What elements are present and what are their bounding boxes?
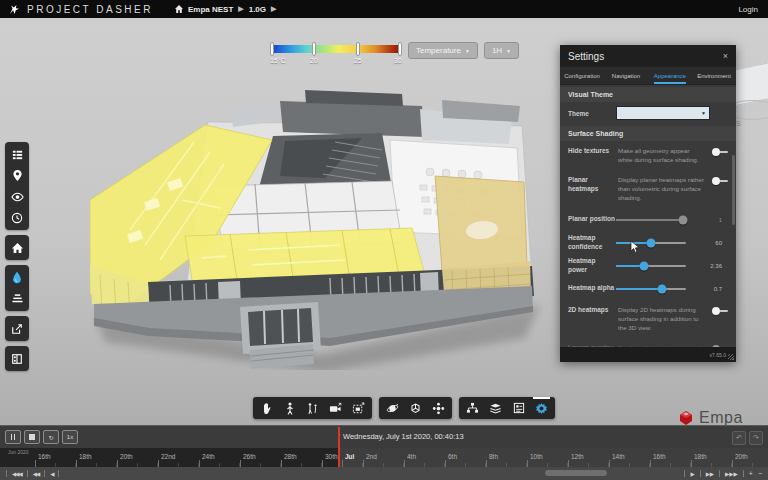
layers-button[interactable] bbox=[485, 399, 506, 417]
slider-knob[interactable] bbox=[647, 238, 656, 247]
app-title: PROJECT DASHER bbox=[27, 4, 153, 15]
close-icon[interactable]: × bbox=[723, 51, 736, 61]
legend-handle[interactable] bbox=[270, 42, 274, 56]
tick-mark bbox=[199, 460, 200, 467]
current-time-marker[interactable] bbox=[338, 427, 340, 467]
model-structure-button[interactable] bbox=[462, 399, 483, 417]
tick-label: 26th bbox=[243, 453, 256, 460]
orbit-button[interactable] bbox=[382, 399, 403, 417]
sidebar-levels-button[interactable] bbox=[5, 288, 29, 309]
sidebar-history-button[interactable] bbox=[5, 207, 29, 228]
sidebar-sensors-button[interactable] bbox=[5, 267, 29, 288]
building-model[interactable] bbox=[90, 80, 550, 370]
metric-dropdown[interactable]: Temperature ▼ bbox=[408, 42, 478, 59]
tick-mark bbox=[240, 460, 241, 467]
panels-icon bbox=[11, 353, 23, 365]
2d-heatmaps-toggle[interactable] bbox=[712, 307, 728, 315]
hide-textures-toggle[interactable] bbox=[712, 148, 728, 156]
legend-tick-label: 15°C bbox=[270, 57, 286, 64]
camera-button[interactable] bbox=[325, 399, 346, 417]
empa-logo: Empa Materials Science and Technology bbox=[678, 409, 768, 425]
breadcrumb-level[interactable]: 1.0G bbox=[249, 5, 266, 14]
sidebar-location-button[interactable] bbox=[5, 165, 29, 186]
rewind-2x-button[interactable]: ◀◀ bbox=[33, 471, 39, 477]
sidebar-panels-button[interactable] bbox=[5, 348, 29, 369]
tick-label: 4th bbox=[407, 453, 416, 460]
stop-button[interactable] bbox=[24, 430, 40, 444]
timeline-track[interactable]: Jun 2020 16th18th20th22nd24th26th28th30t… bbox=[0, 448, 768, 467]
interval-dropdown[interactable]: 1H ▼ bbox=[484, 42, 519, 59]
slider-knob[interactable] bbox=[658, 284, 667, 293]
undo-button[interactable]: ↶ bbox=[732, 431, 746, 445]
location-pin-icon bbox=[12, 169, 23, 182]
tick-mark bbox=[568, 460, 569, 467]
setting-label: Heatmap alpha bbox=[568, 284, 616, 293]
forward-3x-button[interactable]: ▶▶▶ bbox=[725, 471, 738, 477]
viewer-toolbar bbox=[253, 397, 555, 419]
tick-mark bbox=[342, 460, 343, 467]
waypoints-button[interactable] bbox=[302, 399, 323, 417]
settings-gear-button[interactable] bbox=[531, 399, 552, 417]
pivot-button[interactable] bbox=[428, 399, 449, 417]
login-button[interactable]: Login bbox=[738, 5, 768, 14]
free-orbit-button[interactable] bbox=[405, 399, 426, 417]
rewind-3x-button[interactable]: ◀◀◀ bbox=[12, 471, 22, 477]
theme-label: Theme bbox=[560, 110, 616, 117]
resize-grip[interactable] bbox=[728, 354, 734, 360]
tab-appearance[interactable]: Appearance bbox=[648, 67, 692, 84]
pause-button[interactable] bbox=[5, 430, 21, 444]
setting-value: 0.7 bbox=[692, 286, 722, 292]
properties-button[interactable] bbox=[508, 399, 529, 417]
slider-knob[interactable] bbox=[640, 261, 649, 270]
pan-tool-button[interactable] bbox=[256, 399, 277, 417]
timeline-zoom-out-button[interactable]: − bbox=[758, 470, 762, 477]
setting-label: 2D heatmaps bbox=[568, 306, 618, 332]
temperature-legend[interactable]: 15°C 20 25 30 bbox=[270, 43, 402, 63]
planar-heatmaps-toggle[interactable] bbox=[712, 177, 728, 185]
breadcrumb-project[interactable]: Empa NEST bbox=[188, 5, 233, 14]
settings-title: Settings bbox=[560, 51, 723, 62]
capture-button[interactable] bbox=[348, 399, 369, 417]
stop-icon bbox=[29, 434, 35, 440]
sidebar-home-button[interactable] bbox=[5, 237, 29, 258]
sidebar-group-data bbox=[5, 142, 29, 230]
repeat-button[interactable]: ↻ bbox=[43, 430, 59, 444]
legend-handle[interactable] bbox=[398, 42, 402, 56]
heatmap-power-slider[interactable] bbox=[616, 265, 686, 267]
speed-button[interactable]: 1x bbox=[62, 430, 78, 444]
legend-gradient-bar[interactable] bbox=[270, 45, 402, 53]
sidebar-list-button[interactable] bbox=[5, 144, 29, 165]
tab-environment[interactable]: Environment bbox=[692, 67, 736, 84]
sidebar-share-button[interactable] bbox=[5, 318, 29, 339]
setting-planar-position: Planar position 1 bbox=[560, 208, 736, 231]
redo-button[interactable]: ↷ bbox=[749, 431, 763, 445]
setting-description: Display 2D heatmaps during surface shadi… bbox=[618, 306, 704, 332]
settings-header[interactable]: Settings × bbox=[560, 45, 736, 67]
breadcrumb[interactable]: Empa NEST ▶ 1.0G ▶ bbox=[175, 5, 276, 14]
heatmap-alpha-slider[interactable] bbox=[616, 288, 686, 290]
rewind-1x-button[interactable]: ◀ bbox=[50, 471, 53, 477]
heatmap-confidence-slider[interactable] bbox=[616, 242, 686, 244]
theme-select[interactable]: ▼ bbox=[616, 106, 710, 120]
first-person-button[interactable] bbox=[279, 399, 300, 417]
tick-mark bbox=[650, 460, 651, 467]
setting-label: Heatmap confidence bbox=[568, 234, 616, 252]
redo-icon: ↷ bbox=[753, 434, 759, 442]
settings-scrollbar[interactable] bbox=[732, 155, 735, 225]
forward-2x-button[interactable]: ▶▶ bbox=[706, 471, 714, 477]
forward-1x-button[interactable]: ▶ bbox=[690, 471, 694, 477]
eye-icon bbox=[11, 192, 24, 202]
sidebar-visibility-button[interactable] bbox=[5, 186, 29, 207]
chevron-down-icon: ▼ bbox=[701, 110, 709, 116]
planar-position-slider[interactable] bbox=[616, 219, 686, 221]
slider-knob[interactable] bbox=[678, 215, 687, 224]
home-icon bbox=[11, 242, 24, 254]
timeline-zoom-in-button[interactable]: + bbox=[749, 470, 753, 477]
legend-handle[interactable] bbox=[312, 42, 316, 56]
tick-label: 24th bbox=[202, 453, 215, 460]
legend-handle[interactable] bbox=[356, 42, 360, 56]
tab-configuration[interactable]: Configuration bbox=[560, 67, 604, 84]
timeline-scroll-thumb[interactable] bbox=[545, 470, 607, 476]
setting-label: Heatmap power bbox=[568, 257, 616, 275]
tab-navigation[interactable]: Navigation bbox=[604, 67, 648, 84]
